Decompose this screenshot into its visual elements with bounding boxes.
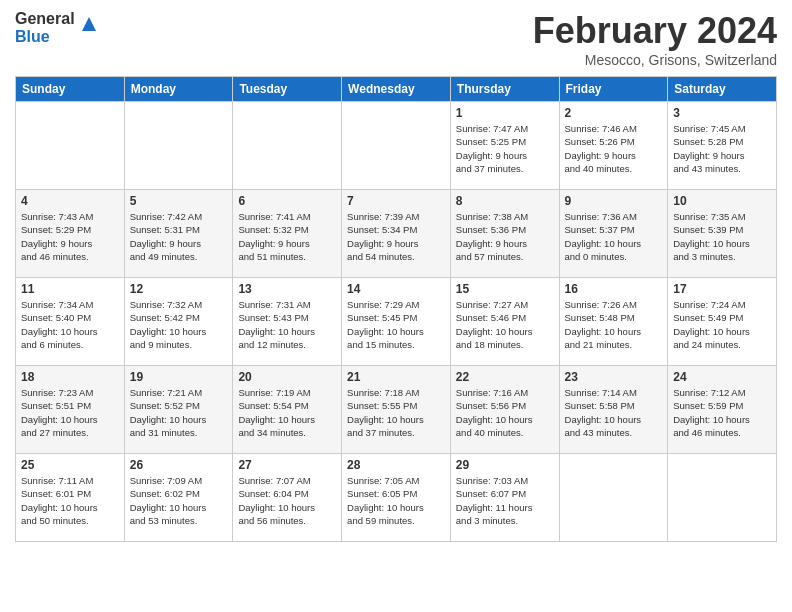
calendar-cell: 3Sunrise: 7:45 AM Sunset: 5:28 PM Daylig… bbox=[668, 102, 777, 190]
calendar-cell: 13Sunrise: 7:31 AM Sunset: 5:43 PM Dayli… bbox=[233, 278, 342, 366]
calendar-cell: 11Sunrise: 7:34 AM Sunset: 5:40 PM Dayli… bbox=[16, 278, 125, 366]
day-info: Sunrise: 7:36 AM Sunset: 5:37 PM Dayligh… bbox=[565, 210, 663, 263]
day-info: Sunrise: 7:35 AM Sunset: 5:39 PM Dayligh… bbox=[673, 210, 771, 263]
day-number: 4 bbox=[21, 194, 119, 208]
calendar-cell bbox=[342, 102, 451, 190]
calendar-cell: 2Sunrise: 7:46 AM Sunset: 5:26 PM Daylig… bbox=[559, 102, 668, 190]
day-info: Sunrise: 7:43 AM Sunset: 5:29 PM Dayligh… bbox=[21, 210, 119, 263]
day-number: 11 bbox=[21, 282, 119, 296]
calendar-cell bbox=[233, 102, 342, 190]
logo-icon bbox=[78, 13, 100, 35]
location: Mesocco, Grisons, Switzerland bbox=[533, 52, 777, 68]
day-number: 8 bbox=[456, 194, 554, 208]
day-info: Sunrise: 7:45 AM Sunset: 5:28 PM Dayligh… bbox=[673, 122, 771, 175]
calendar-cell: 9Sunrise: 7:36 AM Sunset: 5:37 PM Daylig… bbox=[559, 190, 668, 278]
calendar-cell: 12Sunrise: 7:32 AM Sunset: 5:42 PM Dayli… bbox=[124, 278, 233, 366]
calendar-cell bbox=[668, 454, 777, 542]
day-number: 28 bbox=[347, 458, 445, 472]
calendar-day-header: Saturday bbox=[668, 77, 777, 102]
day-number: 20 bbox=[238, 370, 336, 384]
calendar-cell: 5Sunrise: 7:42 AM Sunset: 5:31 PM Daylig… bbox=[124, 190, 233, 278]
calendar-week-row: 1Sunrise: 7:47 AM Sunset: 5:25 PM Daylig… bbox=[16, 102, 777, 190]
calendar-cell: 14Sunrise: 7:29 AM Sunset: 5:45 PM Dayli… bbox=[342, 278, 451, 366]
calendar-cell: 17Sunrise: 7:24 AM Sunset: 5:49 PM Dayli… bbox=[668, 278, 777, 366]
day-number: 19 bbox=[130, 370, 228, 384]
logo: General Blue bbox=[15, 10, 100, 45]
day-info: Sunrise: 7:23 AM Sunset: 5:51 PM Dayligh… bbox=[21, 386, 119, 439]
calendar-week-row: 11Sunrise: 7:34 AM Sunset: 5:40 PM Dayli… bbox=[16, 278, 777, 366]
day-number: 23 bbox=[565, 370, 663, 384]
day-number: 7 bbox=[347, 194, 445, 208]
day-number: 17 bbox=[673, 282, 771, 296]
calendar-day-header: Friday bbox=[559, 77, 668, 102]
day-info: Sunrise: 7:03 AM Sunset: 6:07 PM Dayligh… bbox=[456, 474, 554, 527]
month-title: February 2024 bbox=[533, 10, 777, 52]
day-info: Sunrise: 7:31 AM Sunset: 5:43 PM Dayligh… bbox=[238, 298, 336, 351]
calendar-cell: 25Sunrise: 7:11 AM Sunset: 6:01 PM Dayli… bbox=[16, 454, 125, 542]
day-info: Sunrise: 7:27 AM Sunset: 5:46 PM Dayligh… bbox=[456, 298, 554, 351]
day-info: Sunrise: 7:29 AM Sunset: 5:45 PM Dayligh… bbox=[347, 298, 445, 351]
day-info: Sunrise: 7:09 AM Sunset: 6:02 PM Dayligh… bbox=[130, 474, 228, 527]
calendar-week-row: 25Sunrise: 7:11 AM Sunset: 6:01 PM Dayli… bbox=[16, 454, 777, 542]
calendar-cell: 6Sunrise: 7:41 AM Sunset: 5:32 PM Daylig… bbox=[233, 190, 342, 278]
calendar-day-header: Monday bbox=[124, 77, 233, 102]
calendar-cell: 18Sunrise: 7:23 AM Sunset: 5:51 PM Dayli… bbox=[16, 366, 125, 454]
page: General Blue February 2024 Mesocco, Gris… bbox=[0, 0, 792, 612]
svg-marker-0 bbox=[82, 17, 96, 31]
day-info: Sunrise: 7:42 AM Sunset: 5:31 PM Dayligh… bbox=[130, 210, 228, 263]
day-number: 12 bbox=[130, 282, 228, 296]
calendar-cell: 28Sunrise: 7:05 AM Sunset: 6:05 PM Dayli… bbox=[342, 454, 451, 542]
day-number: 1 bbox=[456, 106, 554, 120]
logo-general-text: General bbox=[15, 10, 75, 28]
day-number: 26 bbox=[130, 458, 228, 472]
calendar-cell: 20Sunrise: 7:19 AM Sunset: 5:54 PM Dayli… bbox=[233, 366, 342, 454]
day-info: Sunrise: 7:32 AM Sunset: 5:42 PM Dayligh… bbox=[130, 298, 228, 351]
calendar-cell: 16Sunrise: 7:26 AM Sunset: 5:48 PM Dayli… bbox=[559, 278, 668, 366]
logo-blue-text: Blue bbox=[15, 28, 75, 46]
calendar-cell: 29Sunrise: 7:03 AM Sunset: 6:07 PM Dayli… bbox=[450, 454, 559, 542]
calendar-cell: 7Sunrise: 7:39 AM Sunset: 5:34 PM Daylig… bbox=[342, 190, 451, 278]
day-number: 9 bbox=[565, 194, 663, 208]
day-info: Sunrise: 7:19 AM Sunset: 5:54 PM Dayligh… bbox=[238, 386, 336, 439]
day-info: Sunrise: 7:47 AM Sunset: 5:25 PM Dayligh… bbox=[456, 122, 554, 175]
day-number: 18 bbox=[21, 370, 119, 384]
day-info: Sunrise: 7:24 AM Sunset: 5:49 PM Dayligh… bbox=[673, 298, 771, 351]
calendar-cell bbox=[559, 454, 668, 542]
day-info: Sunrise: 7:11 AM Sunset: 6:01 PM Dayligh… bbox=[21, 474, 119, 527]
calendar-cell: 1Sunrise: 7:47 AM Sunset: 5:25 PM Daylig… bbox=[450, 102, 559, 190]
day-number: 13 bbox=[238, 282, 336, 296]
day-info: Sunrise: 7:14 AM Sunset: 5:58 PM Dayligh… bbox=[565, 386, 663, 439]
day-info: Sunrise: 7:34 AM Sunset: 5:40 PM Dayligh… bbox=[21, 298, 119, 351]
day-info: Sunrise: 7:16 AM Sunset: 5:56 PM Dayligh… bbox=[456, 386, 554, 439]
title-section: February 2024 Mesocco, Grisons, Switzerl… bbox=[533, 10, 777, 68]
day-info: Sunrise: 7:05 AM Sunset: 6:05 PM Dayligh… bbox=[347, 474, 445, 527]
calendar-cell: 27Sunrise: 7:07 AM Sunset: 6:04 PM Dayli… bbox=[233, 454, 342, 542]
calendar-cell: 8Sunrise: 7:38 AM Sunset: 5:36 PM Daylig… bbox=[450, 190, 559, 278]
calendar-table: SundayMondayTuesdayWednesdayThursdayFrid… bbox=[15, 76, 777, 542]
day-number: 21 bbox=[347, 370, 445, 384]
calendar-day-header: Wednesday bbox=[342, 77, 451, 102]
day-info: Sunrise: 7:12 AM Sunset: 5:59 PM Dayligh… bbox=[673, 386, 771, 439]
day-number: 22 bbox=[456, 370, 554, 384]
calendar-cell: 21Sunrise: 7:18 AM Sunset: 5:55 PM Dayli… bbox=[342, 366, 451, 454]
calendar-day-header: Sunday bbox=[16, 77, 125, 102]
header: General Blue February 2024 Mesocco, Gris… bbox=[15, 10, 777, 68]
day-number: 6 bbox=[238, 194, 336, 208]
calendar-cell bbox=[16, 102, 125, 190]
day-info: Sunrise: 7:21 AM Sunset: 5:52 PM Dayligh… bbox=[130, 386, 228, 439]
day-number: 25 bbox=[21, 458, 119, 472]
calendar-cell: 26Sunrise: 7:09 AM Sunset: 6:02 PM Dayli… bbox=[124, 454, 233, 542]
day-info: Sunrise: 7:41 AM Sunset: 5:32 PM Dayligh… bbox=[238, 210, 336, 263]
calendar-day-header: Tuesday bbox=[233, 77, 342, 102]
calendar-cell: 23Sunrise: 7:14 AM Sunset: 5:58 PM Dayli… bbox=[559, 366, 668, 454]
day-info: Sunrise: 7:39 AM Sunset: 5:34 PM Dayligh… bbox=[347, 210, 445, 263]
calendar-week-row: 18Sunrise: 7:23 AM Sunset: 5:51 PM Dayli… bbox=[16, 366, 777, 454]
calendar-cell: 4Sunrise: 7:43 AM Sunset: 5:29 PM Daylig… bbox=[16, 190, 125, 278]
day-number: 2 bbox=[565, 106, 663, 120]
calendar-cell: 24Sunrise: 7:12 AM Sunset: 5:59 PM Dayli… bbox=[668, 366, 777, 454]
calendar-week-row: 4Sunrise: 7:43 AM Sunset: 5:29 PM Daylig… bbox=[16, 190, 777, 278]
calendar-cell: 10Sunrise: 7:35 AM Sunset: 5:39 PM Dayli… bbox=[668, 190, 777, 278]
day-info: Sunrise: 7:38 AM Sunset: 5:36 PM Dayligh… bbox=[456, 210, 554, 263]
day-number: 16 bbox=[565, 282, 663, 296]
day-info: Sunrise: 7:46 AM Sunset: 5:26 PM Dayligh… bbox=[565, 122, 663, 175]
